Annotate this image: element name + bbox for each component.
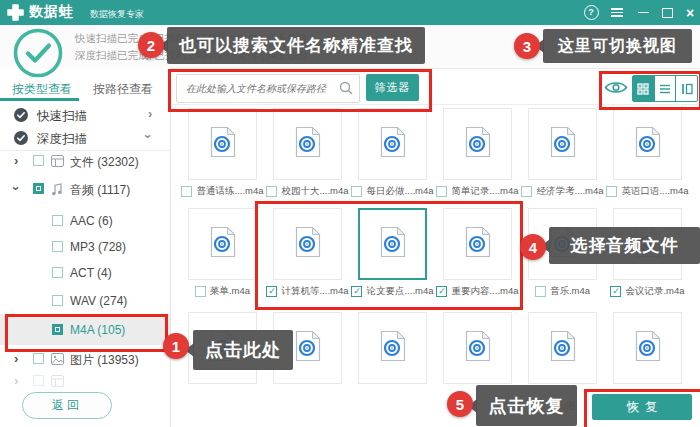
checkbox-unchecked[interactable] xyxy=(436,186,447,197)
chevron-down-icon: › xyxy=(142,134,155,138)
file-tile[interactable] xyxy=(443,312,512,384)
search-input[interactable] xyxy=(184,76,336,101)
sidebar-item-M4A[interactable]: M4A (105) xyxy=(0,314,170,345)
sidebar-item-AAC[interactable]: AAC (6) xyxy=(0,212,170,232)
scan-done-icon xyxy=(14,131,28,149)
m4a-file-icon xyxy=(465,330,491,366)
sidebar-item-ACT[interactable]: ACT (4) xyxy=(0,264,170,284)
callout-tooltip-1: 点击此处 xyxy=(193,330,293,370)
file-tile[interactable] xyxy=(613,108,682,180)
callout-tooltip-5: 点击恢复 xyxy=(476,385,577,426)
file-tile[interactable] xyxy=(273,208,342,280)
file-label: 音乐.m4a xyxy=(520,284,605,298)
file-tile[interactable] xyxy=(273,108,342,180)
active-tab-underline xyxy=(0,98,79,101)
file-tile[interactable] xyxy=(613,312,682,384)
maximize-icon[interactable] xyxy=(656,0,678,25)
checkbox-checked[interactable]: ✓ xyxy=(351,286,362,297)
sidebar-item-deep-scan[interactable]: 深度扫描 › xyxy=(0,128,170,150)
file-name: 音乐.m4a xyxy=(550,285,590,298)
menu-icon[interactable] xyxy=(606,0,628,25)
file-name: 英语口语....m4a xyxy=(621,185,688,198)
checkbox-unchecked[interactable] xyxy=(351,186,362,197)
category-label: M4A (105) xyxy=(70,323,125,337)
checkbox-indeterminate[interactable] xyxy=(52,324,63,335)
m4a-file-icon xyxy=(550,126,576,162)
checkbox-unchecked[interactable] xyxy=(181,186,192,197)
file-tile[interactable] xyxy=(188,208,257,280)
file-tile[interactable] xyxy=(188,108,257,180)
file-tile[interactable] xyxy=(528,312,597,384)
file-name: 简单记录....m4a xyxy=(451,185,518,198)
divider xyxy=(0,150,170,151)
file-label: 校园十大....m4a xyxy=(265,184,350,198)
back-button[interactable]: 返回 xyxy=(22,392,112,419)
checkbox-unchecked[interactable] xyxy=(606,186,617,197)
tab-by-path[interactable]: 按路径查看 xyxy=(93,81,153,98)
close-icon[interactable]: × xyxy=(679,0,700,25)
recover-button[interactable]: 恢复 xyxy=(592,394,692,420)
checkbox-checked[interactable]: ✓ xyxy=(436,286,447,297)
m4a-file-icon xyxy=(210,126,236,162)
file-name: 每日必做....m4a xyxy=(366,185,433,198)
file-tile[interactable] xyxy=(358,108,427,180)
file-tile[interactable] xyxy=(358,312,427,384)
checkbox-unchecked[interactable] xyxy=(535,286,546,297)
search-icon xyxy=(339,81,353,99)
file-label: ✓重要内容....m4a xyxy=(435,284,520,298)
category-label: MP3 (728) xyxy=(70,240,126,254)
checkbox-unchecked[interactable] xyxy=(33,375,44,386)
sidebar-item-图片[interactable]: ›图片 (13953) xyxy=(0,350,170,370)
category-label: AAC (6) xyxy=(70,214,113,228)
chevron-right-icon[interactable]: › xyxy=(14,374,18,387)
divider xyxy=(170,68,700,69)
file-tile[interactable] xyxy=(443,208,512,280)
category-label: ACT (4) xyxy=(70,266,112,280)
chevron-right-icon[interactable]: › xyxy=(14,352,18,365)
sidebar-item-hidden[interactable]: › xyxy=(0,372,170,392)
chevron-right-icon[interactable]: › xyxy=(14,154,18,167)
checkbox-unchecked[interactable] xyxy=(266,186,277,197)
audio-category-icon xyxy=(51,183,63,199)
view-toggle-group xyxy=(632,75,698,102)
checkbox-unchecked[interactable] xyxy=(52,295,63,306)
checkbox-unchecked[interactable] xyxy=(33,155,44,166)
preview-eye-icon[interactable] xyxy=(604,80,628,96)
chevron-down-icon[interactable]: › xyxy=(10,186,23,190)
detail-view-button[interactable] xyxy=(676,76,697,101)
category-label: WAV (274) xyxy=(70,294,127,308)
checkbox-unchecked[interactable] xyxy=(521,186,532,197)
list-view-button[interactable] xyxy=(655,76,677,101)
chevron-right-icon: › xyxy=(148,107,152,120)
checkbox-unchecked[interactable] xyxy=(52,241,63,252)
filter-button[interactable]: 筛选器 xyxy=(366,74,419,101)
checkbox-checked[interactable]: ✓ xyxy=(610,286,621,297)
app-window: 数据蛙 数据恢复专家 ? × 快速扫描已完成, 已找到 307480 个文件 (… xyxy=(0,0,700,427)
m4a-file-icon xyxy=(635,126,661,162)
help-icon[interactable]: ? xyxy=(580,0,602,25)
checkbox-unchecked[interactable] xyxy=(33,353,44,364)
callout-tooltip-2: 也可以搜索文件名称精准查找 xyxy=(167,27,425,64)
sidebar-item-音频[interactable]: ›音频 (1117) xyxy=(0,180,170,200)
sidebar-item-WAV[interactable]: WAV (274) xyxy=(0,292,170,312)
file-name: 经济学考....m4a xyxy=(536,185,603,198)
minimize-icon[interactable] xyxy=(632,0,654,25)
sidebar-item-MP3[interactable]: MP3 (728) xyxy=(0,238,170,258)
file-name: 菜单.m4a xyxy=(210,285,250,298)
sidebar-item-文件[interactable]: ›文件 (32302) xyxy=(0,152,170,172)
checkbox-indeterminate[interactable] xyxy=(33,183,44,194)
scan-complete-check-icon xyxy=(13,28,63,78)
grid-view-button[interactable] xyxy=(633,76,655,101)
checkbox-unchecked[interactable] xyxy=(52,267,63,278)
file-name: 普通话练....m4a xyxy=(196,185,263,198)
file-label: ✓计算机等....m4a xyxy=(265,284,350,298)
file-tile[interactable] xyxy=(443,108,512,180)
category-label: 文件 (32302) xyxy=(70,154,139,171)
checkbox-unchecked[interactable] xyxy=(195,286,206,297)
checkbox-checked[interactable]: ✓ xyxy=(266,286,277,297)
sidebar-item-quick-scan[interactable]: 快速扫描 › xyxy=(0,105,170,127)
file-tile-selected[interactable] xyxy=(358,208,427,280)
checkbox-unchecked[interactable] xyxy=(52,215,63,226)
file-tile[interactable] xyxy=(528,108,597,180)
tab-by-type[interactable]: 按类型查看 xyxy=(12,81,72,98)
